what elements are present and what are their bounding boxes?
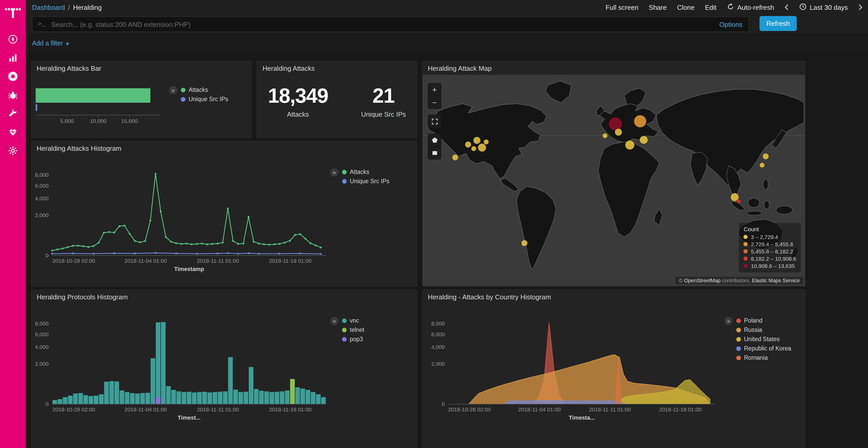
map-zoom-in-button[interactable]: + bbox=[428, 83, 441, 96]
legend: vnctelnetpop3 bbox=[342, 316, 364, 344]
legend-item[interactable]: 10,908.6 – 13,635 bbox=[744, 263, 796, 269]
search-row: >_ Options Refresh bbox=[26, 14, 868, 33]
legend-item[interactable]: Poland bbox=[736, 317, 791, 323]
panel-heralding-protocols-histogram: Heralding Protocols Histogram 02,0004,00… bbox=[31, 289, 417, 448]
elastic-maps-service-link[interactable]: Elastic Maps Service bbox=[752, 278, 800, 283]
legend-item[interactable]: Russia bbox=[736, 327, 791, 333]
legend-item[interactable]: United States bbox=[736, 336, 791, 342]
svg-text:0: 0 bbox=[45, 401, 49, 407]
time-forward-chevron[interactable] bbox=[858, 4, 863, 11]
breadcrumb-dashboard-link[interactable]: Dashboard bbox=[32, 3, 65, 11]
bug-icon bbox=[7, 89, 19, 103]
refresh-button[interactable]: Refresh bbox=[760, 16, 797, 31]
legend-item[interactable]: Unique Src IPs bbox=[181, 96, 228, 102]
wrench-icon bbox=[7, 108, 19, 121]
panel-heralding-attacks-bar: Heralding Attacks Bar 5,00010,00015,000 … bbox=[31, 61, 252, 138]
svg-text:2018-10-28 02:00: 2018-10-28 02:00 bbox=[52, 407, 95, 412]
legend-item[interactable]: Attacks bbox=[342, 169, 389, 175]
legend-item[interactable]: Romania bbox=[736, 354, 791, 361]
legend-toggle-icon[interactable]: » bbox=[169, 86, 177, 95]
sidebar-item-honeypot[interactable] bbox=[0, 87, 26, 105]
legend-item[interactable]: Unique Src IPs bbox=[342, 178, 389, 184]
legend-item[interactable]: Attacks bbox=[181, 87, 228, 93]
legend-dot-icon bbox=[744, 242, 748, 246]
full-screen-button[interactable]: Full screen bbox=[606, 3, 638, 11]
search-box: >_ Options bbox=[32, 16, 749, 32]
world-map-canvas[interactable]: + − Count bbox=[423, 75, 805, 286]
legend-dot-icon bbox=[736, 328, 741, 332]
map-draw-polygon-button[interactable] bbox=[428, 134, 441, 146]
legend: AttacksUnique Src IPs bbox=[181, 85, 228, 104]
svg-text:6,000: 6,000 bbox=[35, 331, 49, 337]
legend-dot-icon bbox=[342, 328, 347, 332]
add-filter-link[interactable]: Add a filter bbox=[32, 40, 63, 47]
legend-label: 2,729.4 – 5,455.8 bbox=[751, 241, 793, 247]
legend-label: 5,455.8 – 8,182.2 bbox=[751, 248, 793, 254]
time-back-chevron[interactable] bbox=[784, 4, 789, 11]
svg-text:4,000: 4,000 bbox=[35, 344, 49, 350]
legend-item[interactable]: vnc bbox=[342, 317, 364, 323]
filter-bar: Add a filter + bbox=[26, 33, 868, 54]
panel-title: Heralding Attacks bbox=[262, 65, 315, 72]
country-histogram-chart[interactable]: 02,0004,0006,0008,0002018-10-28 02:00201… bbox=[423, 290, 805, 448]
search-input[interactable] bbox=[51, 20, 719, 29]
clone-button[interactable]: Clone bbox=[677, 3, 695, 11]
sidebar-item-heralding-active[interactable] bbox=[0, 68, 26, 87]
legend-item[interactable]: telnet bbox=[342, 327, 364, 333]
legend-label: pop3 bbox=[350, 336, 363, 342]
options-link[interactable]: Options bbox=[719, 21, 742, 28]
legend-dot-icon bbox=[736, 346, 741, 351]
svg-text:10,000: 10,000 bbox=[90, 118, 106, 124]
legend-dot-icon bbox=[342, 337, 347, 341]
legend-item[interactable]: Republic of Korea bbox=[736, 345, 791, 351]
legend-toggle-icon[interactable]: » bbox=[330, 317, 338, 325]
svg-text:2018-11-18 01:00: 2018-11-18 01:00 bbox=[659, 407, 702, 412]
attacks-histogram-chart[interactable]: 02,0004,0006,0008,0002018-10-28 02:00201… bbox=[32, 141, 416, 286]
legend-toggle-icon[interactable]: » bbox=[330, 168, 338, 176]
add-filter-plus-icon[interactable]: + bbox=[66, 39, 69, 47]
auto-refresh-button[interactable]: Auto-refresh bbox=[727, 3, 774, 12]
sidebar-item-dashboard[interactable] bbox=[0, 31, 26, 49]
sidebar-item-visualize[interactable] bbox=[0, 49, 26, 68]
legend-item[interactable]: 2,729.4 – 5,455.8 bbox=[744, 241, 796, 247]
telekom-logo[interactable] bbox=[5, 4, 21, 22]
query-prompt-icon: >_ bbox=[38, 21, 45, 28]
svg-text:2018-11-18 01:00: 2018-11-18 01:00 bbox=[269, 407, 311, 412]
legend-label: Attacks bbox=[350, 169, 369, 175]
svg-text:2018-11-04 01:00: 2018-11-04 01:00 bbox=[518, 407, 561, 412]
legend-item[interactable]: pop3 bbox=[342, 336, 364, 342]
metric-attacks: 18,349 Attacks bbox=[268, 85, 328, 118]
map-draw-rectangle-button[interactable] bbox=[428, 146, 441, 159]
legend-label: Attacks bbox=[189, 87, 208, 93]
protocols-histogram-chart[interactable]: 02,0004,0006,0008,0002018-10-28 02:00201… bbox=[32, 290, 416, 448]
legend-toggle-icon[interactable]: » bbox=[724, 317, 733, 325]
svg-text:0: 0 bbox=[442, 401, 445, 407]
share-button[interactable]: Share bbox=[649, 3, 666, 11]
sidebar-item-health[interactable] bbox=[0, 124, 26, 142]
svg-text:2,000: 2,000 bbox=[35, 212, 49, 218]
legend-label: 10,908.6 – 13,635 bbox=[751, 263, 795, 269]
map-controls: + − bbox=[428, 83, 441, 160]
panel-title: Heralding - Attacks by Country Histogram bbox=[428, 293, 551, 301]
svg-text:5,000: 5,000 bbox=[60, 118, 74, 124]
breadcrumb-separator: / bbox=[68, 3, 70, 11]
legend-item[interactable]: 5,455.8 – 8,182.2 bbox=[744, 248, 796, 254]
map-zoom-out-button[interactable]: − bbox=[428, 96, 441, 108]
sidebar-item-settings[interactable] bbox=[0, 142, 26, 161]
svg-text:Timestamp: Timestamp bbox=[174, 266, 204, 272]
sidebar-item-tools[interactable] bbox=[0, 105, 26, 124]
time-range-picker[interactable]: Last 30 days bbox=[800, 3, 848, 12]
bar-chart-icon bbox=[7, 52, 19, 66]
sidebar bbox=[0, 0, 26, 448]
panel-title: Heralding Attacks Bar bbox=[37, 65, 101, 72]
metric-group: 18,349 Attacks 21 Unique Src IPs bbox=[257, 85, 416, 118]
map-fit-bounds-button[interactable] bbox=[428, 115, 441, 128]
openstreetmap-link[interactable]: OpenStreetMap bbox=[684, 278, 720, 283]
legend-item[interactable]: 8,182.2 – 10,908.6 bbox=[744, 255, 796, 262]
panel-heralding-attacks-metric: Heralding Attacks 18,349 Attacks 21 Uniq… bbox=[257, 61, 417, 138]
legend-item[interactable]: 3 – 2,729.4 bbox=[744, 234, 796, 240]
edit-button[interactable]: Edit bbox=[705, 3, 717, 11]
compass-icon bbox=[7, 34, 19, 47]
top-navbar: Dashboard / Heralding Full screen Share … bbox=[26, 0, 868, 15]
legend-dot-icon bbox=[736, 337, 741, 341]
